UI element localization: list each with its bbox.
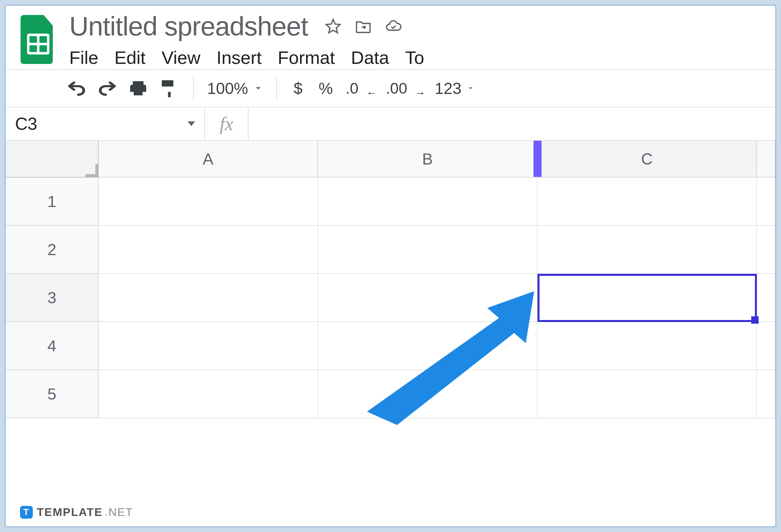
cloud-status-icon[interactable] bbox=[384, 17, 402, 36]
chevron-down-icon bbox=[188, 121, 195, 126]
menu-view[interactable]: View bbox=[162, 47, 200, 68]
cell-c3[interactable] bbox=[537, 274, 757, 322]
header-main: Untitled spreadsheet File bbox=[69, 11, 770, 68]
zoom-select[interactable]: 100% bbox=[207, 79, 263, 98]
row-1: 1 bbox=[6, 178, 775, 226]
row-4: 4 bbox=[6, 322, 775, 370]
cell-a2[interactable] bbox=[99, 226, 318, 274]
formula-input[interactable] bbox=[248, 107, 775, 140]
cell-a3[interactable] bbox=[99, 274, 318, 322]
chevron-down-icon bbox=[467, 85, 474, 92]
cell-c5[interactable] bbox=[537, 370, 757, 418]
doc-title[interactable]: Untitled spreadsheet bbox=[69, 11, 308, 42]
arrow-right-icon: → bbox=[415, 87, 425, 99]
sheets-logo-icon bbox=[19, 14, 56, 64]
move-folder-icon[interactable] bbox=[354, 17, 372, 36]
cell-b3[interactable] bbox=[318, 274, 537, 322]
zoom-value: 100% bbox=[207, 79, 248, 98]
column-selection-marker bbox=[533, 141, 541, 177]
print-icon[interactable] bbox=[127, 78, 149, 99]
cell-a1[interactable] bbox=[99, 178, 318, 226]
more-formats-button[interactable]: 123 bbox=[435, 79, 474, 98]
row-header-1[interactable]: 1 bbox=[6, 178, 99, 226]
header: Untitled spreadsheet File bbox=[6, 6, 775, 69]
menu-tools[interactable]: To bbox=[405, 47, 424, 68]
cell-b2[interactable] bbox=[318, 226, 537, 274]
cell-c2[interactable] bbox=[537, 226, 757, 274]
increase-decimal-button[interactable]: .00 → bbox=[386, 79, 425, 97]
watermark-badge-icon: T bbox=[20, 506, 33, 519]
chevron-down-icon bbox=[253, 84, 263, 93]
watermark-suffix: .NET bbox=[105, 505, 133, 519]
row-3: 3 bbox=[6, 274, 775, 322]
cell-b1[interactable] bbox=[318, 178, 537, 226]
currency-format-button[interactable]: $ bbox=[290, 79, 306, 98]
undo-icon[interactable] bbox=[66, 78, 87, 99]
menu-insert[interactable]: Insert bbox=[216, 47, 261, 68]
title-actions bbox=[324, 17, 402, 36]
row-header-5[interactable]: 5 bbox=[6, 370, 99, 418]
cell-d5[interactable] bbox=[757, 370, 775, 418]
select-all-corner[interactable] bbox=[6, 141, 99, 178]
toolbar-separator bbox=[193, 77, 194, 100]
decrease-decimal-button[interactable]: .0 ← bbox=[345, 79, 376, 97]
column-headers: A B C bbox=[6, 141, 775, 178]
menu-data[interactable]: Data bbox=[351, 47, 389, 68]
column-header-c[interactable]: C bbox=[537, 141, 757, 178]
watermark-brand: TEMPLATE bbox=[37, 505, 103, 519]
star-icon[interactable] bbox=[324, 17, 342, 36]
row-header-4[interactable]: 4 bbox=[6, 322, 99, 370]
cell-d3[interactable] bbox=[757, 274, 775, 322]
cell-a5[interactable] bbox=[99, 370, 318, 418]
redo-icon[interactable] bbox=[97, 78, 118, 99]
fx-label: fx bbox=[205, 107, 248, 140]
cell-c4[interactable] bbox=[537, 322, 757, 370]
percent-format-button[interactable]: % bbox=[315, 79, 336, 98]
cell-b5[interactable] bbox=[318, 370, 537, 418]
arrow-left-icon: ← bbox=[367, 87, 377, 99]
app-window: Untitled spreadsheet File bbox=[5, 5, 776, 527]
cell-d1[interactable] bbox=[757, 178, 775, 226]
watermark: T TEMPLATE.NET bbox=[20, 505, 133, 519]
row-5: 5 bbox=[6, 370, 775, 418]
row-2: 2 bbox=[6, 226, 775, 274]
cell-c1[interactable] bbox=[537, 178, 757, 226]
cell-d2[interactable] bbox=[757, 226, 775, 274]
name-box-value: C3 bbox=[15, 114, 37, 134]
spreadsheet-grid: A B C 1 2 3 bbox=[6, 141, 775, 526]
row-header-3[interactable]: 3 bbox=[6, 274, 99, 322]
toolbar-separator bbox=[276, 77, 277, 100]
column-header-a[interactable]: A bbox=[99, 141, 318, 178]
column-header-b[interactable]: B bbox=[318, 141, 537, 178]
menu-format[interactable]: Format bbox=[278, 47, 335, 68]
menu-file[interactable]: File bbox=[69, 47, 98, 68]
title-row: Untitled spreadsheet bbox=[69, 11, 770, 42]
paint-format-icon[interactable] bbox=[158, 78, 179, 99]
column-header-next[interactable] bbox=[757, 141, 775, 178]
cell-a4[interactable] bbox=[99, 322, 318, 370]
toolbar: 100% $ % .0 ← .00 → 123 bbox=[6, 69, 775, 107]
row-header-2[interactable]: 2 bbox=[6, 226, 99, 274]
cell-d4[interactable] bbox=[757, 322, 775, 370]
menu-edit[interactable]: Edit bbox=[114, 47, 146, 68]
cell-b4[interactable] bbox=[318, 322, 537, 370]
menu-bar: File Edit View Insert Format Data To bbox=[69, 47, 770, 68]
name-box[interactable]: C3 bbox=[6, 107, 205, 140]
formula-bar-row: C3 fx bbox=[6, 107, 775, 141]
